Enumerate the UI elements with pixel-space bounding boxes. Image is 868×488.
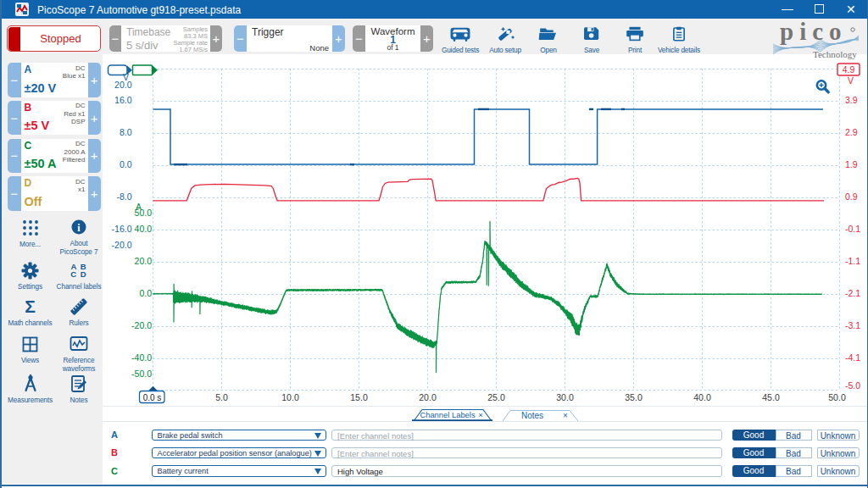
svg-text:1.9: 1.9 [845,159,858,169]
svg-text:0.9: 0.9 [845,191,858,202]
svg-text:-8.0: -8.0 [116,191,131,202]
svg-text:A: A [136,202,142,212]
svg-text:-5.0: -5.0 [845,380,860,391]
svg-text:25.0: 25.0 [487,392,505,402]
svg-text:50.0: 50.0 [828,392,846,402]
svg-text:16.0: 16.0 [114,95,132,105]
svg-text:-2.1: -2.1 [845,288,860,298]
svg-text:0.0: 0.0 [120,159,132,169]
svg-text:45.0: 45.0 [762,392,780,402]
svg-text:×: × [563,411,568,420]
svg-text:40.0: 40.0 [135,224,153,234]
svg-text:5.0: 5.0 [215,392,228,402]
svg-text:40.0: 40.0 [693,392,711,402]
svg-text:0.0: 0.0 [139,288,152,298]
svg-text:10.0: 10.0 [281,392,299,402]
svg-text:0.0 s: 0.0 s [143,393,162,402]
svg-text:20.0: 20.0 [419,392,437,402]
svg-text:-1.1: -1.1 [845,256,860,266]
svg-text:8.0: 8.0 [120,127,132,137]
svg-text:-0.1: -0.1 [845,224,860,234]
svg-text:15.0: 15.0 [350,392,368,402]
svg-text:-20.0: -20.0 [131,320,152,330]
svg-text:30.0: 30.0 [556,392,574,402]
svg-text:Notes: Notes [521,411,543,420]
svg-text:-3.1: -3.1 [845,320,860,330]
svg-text:V: V [123,72,129,82]
svg-text:-20.0: -20.0 [112,240,132,250]
svg-text:4.9: 4.9 [843,64,855,75]
svg-text:2.9: 2.9 [845,127,858,137]
svg-text:-4.1: -4.1 [845,352,860,363]
svg-text:20.0: 20.0 [135,256,153,266]
svg-text:-40.0: -40.0 [131,352,152,363]
svg-text:pico: pico [780,19,848,45]
svg-text:-16.0: -16.0 [112,224,132,234]
svg-text:×: × [478,410,482,419]
svg-text:35.0: 35.0 [625,392,643,402]
svg-text:3.9: 3.9 [845,95,858,105]
svg-text:V: V [848,75,854,86]
svg-text:-50.0: -50.0 [131,369,152,379]
svg-text:Channel Labels: Channel Labels [420,410,475,419]
